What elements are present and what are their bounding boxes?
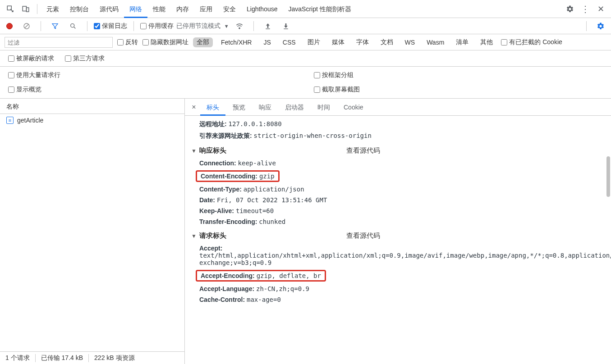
tab-elements[interactable]: 元素 [41,0,64,18]
referrer-policy-value: strict-origin-when-cross-origin [254,132,372,139]
triangle-down-icon: ▼ [191,233,197,239]
type-pill-all[interactable]: 全部 [193,37,213,47]
network-toolbar: 保留日志 停用缓存 已停用节流模式 ▼ [0,18,611,34]
type-pill-font[interactable]: 字体 [353,37,372,47]
type-pill-wasm[interactable]: Wasm [423,38,448,47]
type-pill-manifest[interactable]: 清单 [452,37,472,47]
close-detail-icon[interactable]: × [188,103,199,111]
filter-input[interactable] [5,37,113,48]
large-rows-checkbox[interactable]: 使用大量请求行 [8,71,298,79]
clear-icon[interactable] [22,21,32,31]
detail-tabs: × 标头 预览 响应 启动器 时间 Cookie [185,99,611,116]
download-icon[interactable] [281,21,291,31]
network-options: 使用大量请求行 显示概览 按框架分组 截取屏幕截图 [0,67,611,99]
tab-sources[interactable]: 源代码 [94,0,124,18]
remote-addr-label: 远程地址: [199,120,227,127]
network-settings-gear-icon[interactable] [596,21,606,31]
status-requests: 1 个请求 [5,354,30,362]
tab-application[interactable]: 应用 [194,0,218,18]
document-icon: ≡ [6,117,14,124]
type-pill-other[interactable]: 其他 [477,37,496,47]
gear-icon[interactable] [565,4,575,14]
upload-icon[interactable] [263,21,273,31]
filter-bar-row2: 被屏蔽的请求 第三方请求 [0,50,611,67]
svg-rect-8 [266,28,270,29]
preserve-log-checkbox[interactable]: 保留日志 [94,22,127,30]
third-party-checkbox[interactable]: 第三方请求 [65,55,105,63]
type-pill-img[interactable]: 图片 [304,37,324,47]
detail-tab-response[interactable]: 响应 [253,99,278,116]
inspect-element-icon[interactable] [5,4,15,14]
tab-performance[interactable]: 性能 [147,0,171,18]
kebab-icon[interactable]: ⋮ [580,4,590,14]
highlight-accept-encoding: Accept-Encoding: gzip, deflate, br [196,270,326,282]
wifi-icon[interactable] [234,21,244,31]
detail-tab-cookies[interactable]: Cookie [337,99,370,116]
devtools-top-tabs: 元素 控制台 源代码 网络 性能 内存 应用 安全 Lighthouse Jav… [0,0,611,18]
tab-network[interactable]: 网络 [124,0,147,18]
filter-icon[interactable] [50,21,60,31]
scrollbar-thumb[interactable] [606,156,610,197]
disable-cache-checkbox[interactable]: 停用缓存 [140,22,174,30]
status-resources: 222 kB 项资源 [94,354,134,362]
throttling-dropdown[interactable]: 已停用节流模式 ▼ [176,22,229,30]
screenshots-checkbox[interactable]: 截取屏幕截图 [314,86,603,94]
svg-line-6 [74,27,75,28]
highlight-content-encoding: Content-Encoding: gzip [196,170,280,182]
svg-rect-2 [27,8,29,12]
type-pill-doc[interactable]: 文档 [377,37,397,47]
request-headers-section[interactable]: ▼ 请求标头 查看源代码 [185,227,611,243]
invert-checkbox[interactable]: 反转 [117,38,138,46]
blocked-requests-checkbox[interactable]: 被屏蔽的请求 [8,55,54,63]
type-pill-ws[interactable]: WS [401,38,419,47]
tab-console[interactable]: 控制台 [64,0,94,18]
search-icon[interactable] [68,21,78,31]
response-headers-section[interactable]: ▼ 响应标头 查看源代码 [185,142,611,158]
column-header-name[interactable]: 名称 [0,99,184,114]
request-headers-title: 请求标头 [199,232,226,240]
tab-js-profiler[interactable]: JavaScript 性能剖析器 [283,0,357,18]
svg-point-5 [71,23,74,27]
request-item-getarticle[interactable]: ≡ getArticle [0,114,184,127]
type-pill-media[interactable]: 媒体 [328,37,348,47]
detail-tab-headers[interactable]: 标头 [200,99,225,116]
svg-point-7 [239,27,240,28]
close-icon[interactable]: ✕ [596,4,606,14]
request-list-panel: 名称 ≡ getArticle 1 个请求 已传输 17.4 kB 222 kB… [0,99,185,364]
type-pill-fetch[interactable]: Fetch/XHR [217,38,255,47]
blocked-cookies-checkbox[interactable]: 有已拦截的 Cookie [501,38,562,46]
device-mode-icon[interactable] [21,4,31,14]
svg-rect-9 [284,28,288,29]
svg-rect-1 [23,6,26,11]
remote-addr-value: 127.0.0.1:8080 [229,120,282,127]
detail-tab-initiator[interactable]: 启动器 [279,99,310,116]
group-by-frame-checkbox[interactable]: 按框架分组 [314,71,603,79]
status-bar: 1 个请求 已传输 17.4 kB 222 kB 项资源 [0,351,184,364]
tab-lighthouse[interactable]: Lighthouse [241,0,283,18]
hide-data-urls-checkbox[interactable]: 隐藏数据网址 [142,38,188,46]
record-button[interactable] [6,23,13,29]
view-source-request[interactable]: 查看源代码 [346,232,380,240]
request-name-label: getArticle [17,117,43,124]
main-split: 名称 ≡ getArticle 1 个请求 已传输 17.4 kB 222 kB… [0,99,611,364]
detail-body[interactable]: 远程地址: 127.0.0.1:8080 引荐来源网址政策: strict-or… [185,116,611,364]
type-pill-css[interactable]: CSS [279,38,299,47]
detail-tab-preview[interactable]: 预览 [226,99,252,116]
type-pill-js[interactable]: JS [260,38,274,47]
tab-memory[interactable]: 内存 [171,0,194,18]
triangle-down-icon: ▼ [191,148,197,154]
response-headers-title: 响应标头 [199,146,226,155]
filter-bar: 反转 隐藏数据网址 全部 Fetch/XHR JS CSS 图片 媒体 字体 文… [0,34,611,50]
referrer-policy-label: 引荐来源网址政策: [199,132,252,139]
status-transferred: 已传输 17.4 kB [41,354,83,362]
svg-line-4 [25,24,28,28]
view-source-response[interactable]: 查看源代码 [346,146,380,155]
tab-security[interactable]: 安全 [218,0,241,18]
show-overview-checkbox[interactable]: 显示概览 [8,86,298,94]
detail-tab-timing[interactable]: 时间 [311,99,336,116]
detail-panel: × 标头 预览 响应 启动器 时间 Cookie 远程地址: 127.0.0.1… [185,99,611,364]
